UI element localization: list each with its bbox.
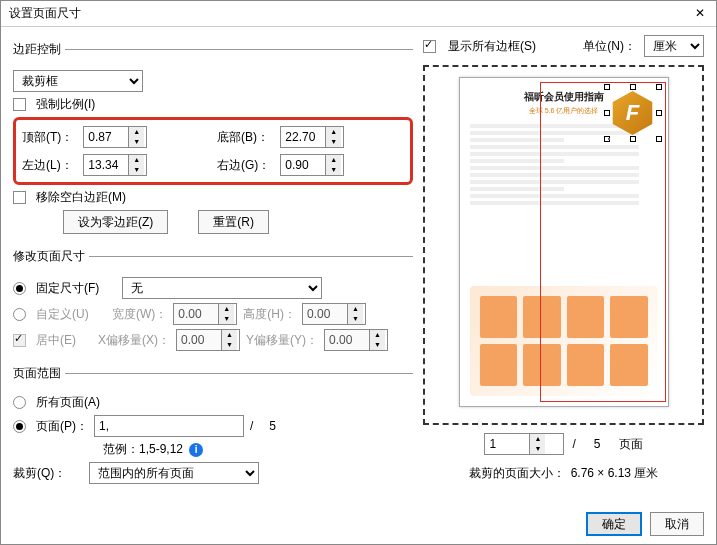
- force-ratio-label: 强制比例(I): [36, 96, 95, 113]
- remove-blank-checkbox[interactable]: [13, 191, 26, 204]
- left-spinner[interactable]: ▲▼: [83, 154, 147, 176]
- page-spinner[interactable]: ▲▼: [484, 433, 564, 455]
- xoffset-input: [177, 330, 221, 350]
- pager-unit: 页面: [619, 436, 643, 453]
- down-icon[interactable]: ▼: [129, 137, 144, 147]
- logo-selection[interactable]: F: [608, 88, 658, 138]
- margin-control-group: 边距控制 裁剪框 强制比例(I) 顶部(T)： ▲▼: [13, 41, 413, 238]
- up-icon: ▲: [219, 304, 234, 314]
- center-label: 居中(E): [36, 332, 92, 349]
- fixed-size-radio[interactable]: [13, 282, 26, 295]
- page-range-legend: 页面范围: [13, 365, 65, 382]
- crop-type-select[interactable]: 裁剪框: [13, 70, 143, 92]
- right-label: 右边(G)：: [217, 157, 270, 174]
- up-icon: ▲: [348, 304, 363, 314]
- yoffset-input: [325, 330, 369, 350]
- show-all-borders-checkbox[interactable]: [423, 40, 436, 53]
- margin-values-highlight: 顶部(T)： ▲▼ 底部(B)： ▲▼ 左边(L)：: [13, 117, 413, 185]
- left-input[interactable]: [84, 155, 128, 175]
- down-icon[interactable]: ▼: [129, 165, 144, 175]
- custom-size-label: 自定义(U): [36, 306, 106, 323]
- top-input[interactable]: [84, 127, 128, 147]
- up-icon[interactable]: ▲: [129, 127, 144, 137]
- unit-label: 单位(N)：: [583, 38, 636, 55]
- fixed-size-select[interactable]: 无: [122, 277, 322, 299]
- pager-total: 5: [594, 437, 601, 451]
- dialog-window: 设置页面尺寸 ✕ 边距控制 裁剪框 强制比例(I) 顶部(T)：: [0, 0, 717, 545]
- right-input[interactable]: [281, 155, 325, 175]
- up-icon[interactable]: ▲: [326, 127, 341, 137]
- up-icon: ▲: [370, 330, 385, 340]
- ok-button[interactable]: 确定: [586, 512, 642, 536]
- dialog-footer: 确定 取消: [586, 512, 704, 536]
- page-range-group: 页面范围 所有页面(A) 页面(P)： / 5 范例：1,5-9,12 i: [13, 365, 413, 488]
- modify-size-group: 修改页面尺寸 固定尺寸(F) 无 自定义(U) 宽度(W)： ▲▼: [13, 248, 413, 355]
- preview-page[interactable]: 福昕会员使用指南 全球 5.6 亿用户的选择: [459, 77, 669, 407]
- crop-label: 裁剪(Q)：: [13, 465, 83, 482]
- up-icon: ▲: [222, 330, 237, 340]
- example-label: 范例：1,5-9,12: [103, 441, 183, 458]
- unit-select[interactable]: 厘米: [644, 35, 704, 57]
- modify-size-legend: 修改页面尺寸: [13, 248, 89, 265]
- xoffset-spinner: ▲▼: [176, 329, 240, 351]
- down-icon: ▼: [219, 314, 234, 324]
- page-label: 页面(P)：: [36, 418, 88, 435]
- crop-size-label: 裁剪的页面大小：: [469, 465, 565, 482]
- show-all-borders-label: 显示所有边框(S): [448, 38, 536, 55]
- dialog-title: 设置页面尺寸: [9, 5, 81, 22]
- yoffset-label: Y偏移量(Y)：: [246, 332, 318, 349]
- titlebar: 设置页面尺寸 ✕: [1, 1, 716, 27]
- page-spinner-input[interactable]: [485, 434, 529, 454]
- info-icon[interactable]: i: [189, 443, 203, 457]
- bottom-input[interactable]: [281, 127, 325, 147]
- margin-control-legend: 边距控制: [13, 41, 65, 58]
- crop-size-value: 6.76 × 6.13 厘米: [571, 465, 659, 482]
- down-icon: ▼: [370, 340, 385, 350]
- height-label: 高度(H)：: [243, 306, 296, 323]
- preview-area: 福昕会员使用指南 全球 5.6 亿用户的选择: [423, 65, 704, 425]
- width-input: [174, 304, 218, 324]
- center-checkbox: [13, 334, 26, 347]
- remove-blank-label: 移除空白边距(M): [36, 189, 126, 206]
- height-spinner: ▲▼: [302, 303, 366, 325]
- fixed-size-label: 固定尺寸(F): [36, 280, 116, 297]
- page-total: 5: [269, 419, 276, 433]
- custom-size-radio[interactable]: [13, 308, 26, 321]
- up-icon[interactable]: ▲: [129, 155, 144, 165]
- width-spinner: ▲▼: [173, 303, 237, 325]
- width-label: 宽度(W)：: [112, 306, 167, 323]
- bottom-spinner[interactable]: ▲▼: [280, 126, 344, 148]
- force-ratio-checkbox[interactable]: [13, 98, 26, 111]
- left-label: 左边(L)：: [22, 157, 73, 174]
- up-icon[interactable]: ▲: [326, 155, 341, 165]
- bottom-label: 底部(B)：: [217, 129, 270, 146]
- cancel-button[interactable]: 取消: [650, 512, 704, 536]
- down-icon: ▼: [222, 340, 237, 350]
- down-icon[interactable]: ▼: [326, 165, 341, 175]
- xoffset-label: X偏移量(X)：: [98, 332, 170, 349]
- top-label: 顶部(T)：: [22, 129, 73, 146]
- down-icon[interactable]: ▼: [326, 137, 341, 147]
- right-spinner[interactable]: ▲▼: [280, 154, 344, 176]
- pager: ▲▼ / 5 页面: [423, 433, 704, 455]
- page-sep: /: [250, 419, 253, 433]
- page-input[interactable]: [94, 415, 244, 437]
- yoffset-spinner: ▲▼: [324, 329, 388, 351]
- all-pages-label: 所有页面(A): [36, 394, 100, 411]
- down-icon: ▼: [348, 314, 363, 324]
- page-radio[interactable]: [13, 420, 26, 433]
- close-icon[interactable]: ✕: [692, 6, 708, 22]
- logo-icon: F: [611, 91, 655, 135]
- reset-button[interactable]: 重置(R): [198, 210, 269, 234]
- all-pages-radio[interactable]: [13, 396, 26, 409]
- height-input: [303, 304, 347, 324]
- up-icon[interactable]: ▲: [530, 434, 545, 444]
- zero-margin-button[interactable]: 设为零边距(Z): [63, 210, 168, 234]
- top-spinner[interactable]: ▲▼: [83, 126, 147, 148]
- pager-sep: /: [572, 437, 575, 451]
- crop-select[interactable]: 范围内的所有页面: [89, 462, 259, 484]
- down-icon[interactable]: ▼: [530, 444, 545, 454]
